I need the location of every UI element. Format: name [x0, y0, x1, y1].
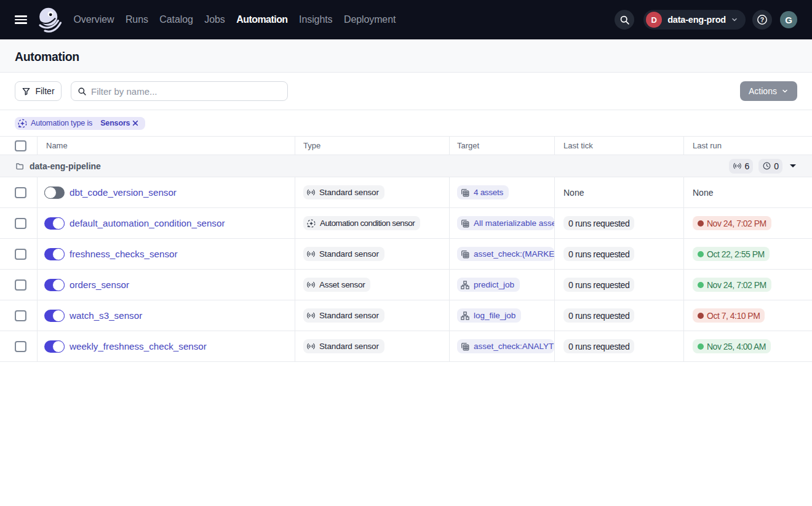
svg-text:?: ? [760, 16, 764, 23]
